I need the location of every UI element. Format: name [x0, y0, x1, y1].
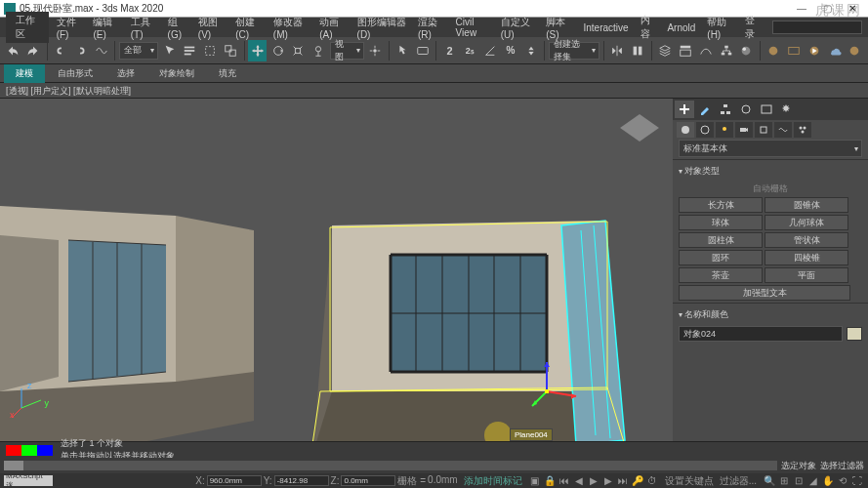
menu-tools[interactable]: 工具(T) — [127, 14, 160, 42]
menu-interactive[interactable]: Interactive — [579, 20, 632, 35]
tab-display[interactable] — [757, 101, 776, 118]
filters-label[interactable]: 过滤器... — [720, 474, 757, 488]
undo-button[interactable] — [4, 40, 22, 61]
curve-editor-button[interactable] — [696, 40, 715, 61]
select-place-button[interactable] — [310, 40, 328, 61]
y-coord[interactable] — [274, 475, 329, 486]
add-time-tag[interactable]: 添加时间标记 — [464, 474, 522, 488]
btn-textplus[interactable]: 加强型文本 — [679, 285, 850, 301]
orbit-button[interactable]: ⟲ — [836, 475, 849, 487]
select-object-button[interactable] — [160, 40, 179, 61]
render-frame-button[interactable] — [784, 40, 803, 61]
menu-create[interactable]: 创建(C) — [231, 14, 266, 42]
selection-filter[interactable]: 全部 — [119, 42, 158, 60]
zoom-all-button[interactable]: ⊞ — [777, 475, 791, 487]
maximize-viewport-button[interactable]: ⛶ — [850, 475, 864, 487]
menu-modifiers[interactable]: 修改器(M) — [269, 14, 311, 42]
btn-torus[interactable]: 圆环 — [679, 250, 763, 265]
subtab-shapes[interactable] — [696, 122, 714, 138]
rollout-header-objtype[interactable]: 对象类型 — [679, 162, 862, 181]
link-button[interactable] — [52, 40, 70, 61]
menu-content[interactable]: 内容 — [637, 12, 660, 43]
select-region-button[interactable] — [201, 40, 220, 61]
align-button[interactable] — [629, 40, 647, 61]
schematic-view-button[interactable] — [717, 40, 735, 61]
zoom-button[interactable]: 🔍 — [763, 475, 776, 487]
btn-tube[interactable]: 管状体 — [765, 232, 848, 248]
menu-grapheds[interactable]: 图形编辑器(D) — [353, 14, 410, 42]
tab-hierarchy[interactable] — [716, 101, 735, 118]
mirror-button[interactable] — [608, 40, 627, 61]
maxscript-listener[interactable]: MAXScript 迷 — [4, 475, 53, 486]
help-search[interactable] — [772, 20, 862, 34]
menu-render[interactable]: 渲染(R) — [414, 14, 448, 42]
time-slider-handle[interactable] — [4, 461, 23, 470]
signin-link[interactable]: 登录 — [741, 12, 766, 43]
menu-edit[interactable]: 编辑(E) — [89, 14, 122, 42]
btn-teapot[interactable]: 茶壶 — [679, 267, 763, 283]
layer-explorer-button[interactable] — [656, 40, 675, 61]
viewport[interactable]: Plane004 zyx — [0, 99, 673, 473]
key-mode-button[interactable]: 🔑 — [631, 475, 644, 487]
zoom-extents-button[interactable]: ⊡ — [792, 475, 806, 487]
ref-coord-system[interactable]: 视图 — [330, 42, 364, 60]
subtab-lights[interactable] — [716, 122, 733, 138]
play-button[interactable]: ▶ — [587, 475, 600, 487]
selection-lock-button[interactable]: 🔒 — [543, 475, 557, 487]
subtab-cameras[interactable] — [735, 122, 753, 138]
btn-sphere[interactable]: 球体 — [679, 215, 763, 230]
pivot-center-button[interactable] — [366, 40, 385, 61]
named-sel-sets[interactable]: 创建选择集 — [549, 42, 599, 60]
render-setup-button[interactable] — [765, 40, 783, 61]
selection-filter-label[interactable]: 选择过滤器 — [820, 460, 864, 472]
tab-motion[interactable] — [736, 101, 756, 118]
select-manipulate-button[interactable] — [393, 40, 412, 61]
subtab-spacewarps[interactable] — [774, 122, 792, 138]
selected-object-label[interactable]: 选定对象 — [781, 460, 816, 472]
viewport-label[interactable]: [透视] [用户定义] [默认明暗处理] — [0, 83, 868, 99]
percent-snap-button[interactable]: % — [502, 40, 520, 61]
btn-cylinder[interactable]: 圆柱体 — [679, 232, 763, 248]
tab-create[interactable] — [675, 101, 694, 118]
menu-workspace[interactable]: 工作区 — [6, 12, 49, 43]
menu-group[interactable]: 组(G) — [164, 14, 190, 42]
play-prev-button[interactable]: ◀ — [572, 475, 586, 487]
ribbon-tab-selection[interactable]: 选择 — [105, 64, 146, 83]
spinner-snap-button[interactable] — [521, 40, 540, 61]
select-scale-button[interactable] — [289, 40, 308, 61]
btn-cone[interactable]: 圆锥体 — [765, 197, 848, 213]
fov-button[interactable]: ◢ — [806, 475, 820, 487]
play-end-button[interactable]: ⏭ — [616, 475, 630, 487]
menu-views[interactable]: 视图(V) — [194, 14, 227, 42]
pan-button[interactable]: ✋ — [821, 475, 835, 487]
window-crossing-button[interactable] — [222, 40, 240, 61]
subtab-helpers[interactable] — [755, 122, 772, 138]
snap-2d-button[interactable]: 2 — [440, 40, 459, 61]
object-color-swatch[interactable] — [847, 327, 862, 341]
btn-plane[interactable]: 平面 — [765, 267, 848, 283]
time-config-button[interactable]: ⏱ — [645, 475, 659, 487]
menu-civil[interactable]: Civil View — [452, 15, 493, 40]
angle-snap-button[interactable] — [481, 40, 500, 61]
autogrid-checkbox[interactable]: 自动栅格 — [679, 181, 862, 197]
menu-help[interactable]: 帮助(H) — [703, 14, 737, 42]
toggle-ribbon-button[interactable] — [676, 40, 694, 61]
btn-box[interactable]: 长方体 — [679, 197, 763, 213]
viewcube[interactable] — [620, 108, 659, 147]
bind-spacewarp-button[interactable] — [92, 40, 110, 61]
btn-geosphere[interactable]: 几何球体 — [765, 215, 848, 230]
x-coord[interactable] — [207, 475, 262, 486]
keyboard-shortcut-button[interactable] — [413, 40, 432, 61]
tab-utilities[interactable] — [777, 101, 797, 118]
ribbon-tab-modeling[interactable]: 建模 — [4, 64, 45, 83]
material-editor-button[interactable] — [737, 40, 756, 61]
ribbon-tab-objectpaint[interactable]: 对象绘制 — [147, 64, 206, 83]
menu-arnold[interactable]: Arnold — [663, 20, 699, 35]
ribbon-tab-freeform[interactable]: 自由形式 — [46, 64, 104, 83]
render-cloud-button[interactable] — [825, 40, 844, 61]
render-production-button[interactable] — [805, 40, 823, 61]
geometry-category[interactable]: 标准基本体 — [679, 140, 862, 157]
play-start-button[interactable]: ⏮ — [558, 475, 571, 487]
snap-25d-button[interactable]: 2₅ — [461, 40, 479, 61]
select-rotate-button[interactable] — [269, 40, 287, 61]
